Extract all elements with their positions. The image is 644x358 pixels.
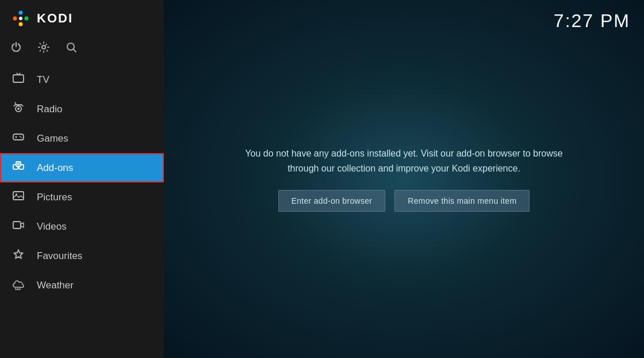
videos-icon [10,219,26,234]
svg-rect-9 [13,75,24,82]
sidebar-item-radio-label: Radio [37,104,62,115]
sidebar: KODI [0,0,164,358]
kodi-logo-icon [10,8,31,29]
sidebar-item-addons-label: Add-ons [37,162,73,174]
tv-icon [10,72,26,87]
main-content: 7:27 PM You do not have any add-ons inst… [164,0,644,358]
favourites-icon [10,248,26,264]
sidebar-item-radio[interactable]: Radio [0,94,164,124]
svg-point-1 [19,11,23,15]
enter-addon-browser-button[interactable]: Enter add-on browser [278,190,386,212]
svg-rect-24 [13,192,24,200]
svg-rect-26 [13,222,21,228]
sidebar-item-favourites[interactable]: Favourites [0,241,164,271]
search-icon[interactable] [66,41,77,56]
sidebar-item-weather[interactable]: Weather [0,271,164,300]
sidebar-item-videos[interactable]: Videos [0,212,164,241]
svg-point-14 [17,108,20,110]
sidebar-item-games[interactable]: Games [0,124,164,153]
svg-point-4 [19,22,23,26]
sidebar-nav: TV Radio [0,65,164,358]
addons-icon [10,160,26,176]
sidebar-item-videos-label: Videos [37,221,67,233]
svg-rect-15 [13,134,24,140]
radio-icon [10,101,26,117]
svg-point-6 [42,45,45,49]
remove-menu-item-button[interactable]: Remove this main menu item [394,190,530,212]
sidebar-header: KODI [0,0,164,37]
no-addons-message: You do not have any add-ons installed ye… [232,146,577,176]
svg-point-3 [25,17,29,21]
sidebar-item-games-label: Games [37,133,68,144]
settings-icon[interactable] [38,41,49,56]
sidebar-controls [0,37,164,65]
power-icon[interactable] [10,41,22,56]
svg-point-5 [19,17,22,20]
svg-line-8 [74,49,76,52]
sidebar-item-weather-label: Weather [37,280,74,291]
time-display: 7:27 PM [554,10,630,32]
games-icon [10,131,26,146]
svg-point-19 [21,137,22,138]
sidebar-item-favourites-label: Favourites [37,250,82,262]
content-buttons: Enter add-on browser Remove this main me… [278,190,530,212]
svg-point-18 [20,136,21,137]
sidebar-item-pictures-label: Pictures [37,192,72,203]
svg-point-2 [13,17,17,21]
svg-rect-23 [17,163,20,166]
sidebar-item-pictures[interactable]: Pictures [0,182,164,212]
pictures-icon [10,189,26,205]
app-title: KODI [37,11,73,26]
sidebar-item-tv[interactable]: TV [0,65,164,94]
weather-icon [10,277,26,293]
content-center: You do not have any add-ons installed ye… [209,146,600,211]
sidebar-item-addons[interactable]: Add-ons [0,153,164,182]
sidebar-item-tv-label: TV [37,74,49,86]
